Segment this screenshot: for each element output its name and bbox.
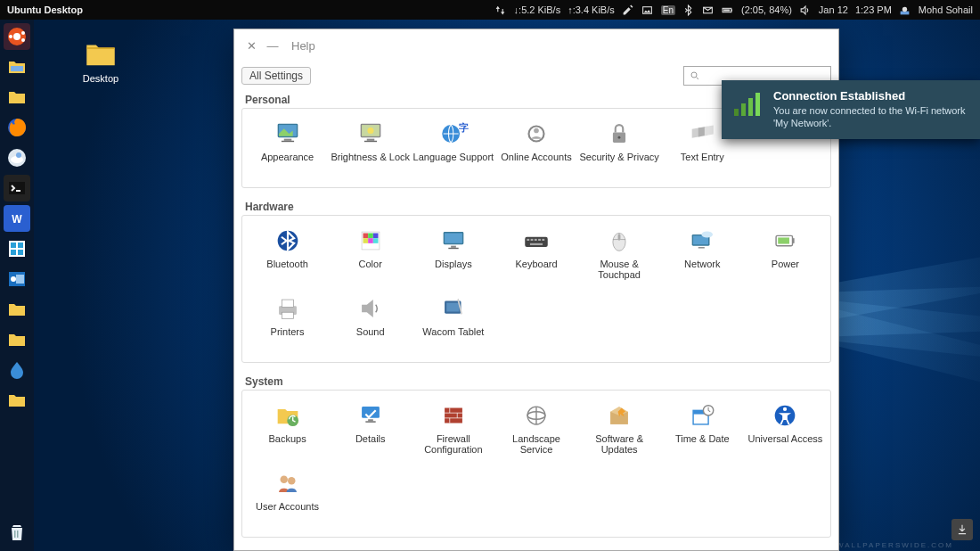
setting-wacom[interactable]: Wacom Tablet [412, 291, 494, 355]
setting-brightness-lock[interactable]: Brightness & Lock [329, 116, 412, 180]
launcher-folder-1[interactable] [4, 84, 30, 111]
date-text[interactable]: Jan 12 [819, 4, 848, 15]
setting-details[interactable]: Details [329, 398, 412, 462]
net-down-speed: ↓:5.2 KiB/s [514, 4, 561, 15]
svg-point-45 [618, 136, 621, 139]
bluetooth-tray-icon[interactable] [682, 4, 695, 16]
setting-backups[interactable]: Backups [246, 398, 329, 462]
launcher-folder-4[interactable] [4, 387, 30, 414]
close-button[interactable]: ✕ [245, 39, 257, 52]
setting-user-accounts[interactable]: User Accounts [246, 465, 329, 530]
svg-point-11 [9, 35, 12, 38]
svg-rect-62 [527, 239, 529, 241]
svg-rect-29 [17, 530, 19, 538]
launcher-folder-2[interactable] [4, 296, 30, 323]
svg-text:W: W [12, 213, 22, 226]
svg-point-6 [902, 6, 907, 11]
svg-text:字: 字 [459, 122, 469, 133]
setting-online-accounts[interactable]: Online Accounts [494, 116, 577, 180]
svg-point-96 [288, 477, 296, 485]
svg-rect-53 [373, 234, 379, 239]
svg-rect-17 [9, 182, 25, 194]
setting-printers[interactable]: Printers [246, 291, 329, 355]
all-settings-button[interactable]: All Settings [241, 67, 311, 85]
setting-software-updates[interactable]: Software & Updates [578, 398, 661, 462]
picture-icon[interactable] [641, 4, 654, 16]
svg-point-27 [11, 276, 16, 282]
battery-text: (2:05, 84%) [741, 4, 792, 15]
svg-rect-38 [366, 139, 374, 141]
volume-tray-icon[interactable] [799, 4, 812, 16]
time-text[interactable]: 1:23 PM [855, 4, 892, 15]
svg-point-37 [367, 127, 373, 134]
svg-rect-59 [451, 246, 456, 248]
language-indicator[interactable]: En [661, 5, 675, 15]
launcher-deluge[interactable] [4, 357, 30, 383]
network-updown-icon[interactable] [494, 4, 507, 16]
launcher-terminal[interactable] [4, 175, 30, 201]
svg-rect-33 [283, 139, 291, 141]
launcher-outlook[interactable] [4, 266, 30, 292]
top-panel: Ubuntu Desktop ↓:5.2 KiB/s ↑:3.4 KiB/s E… [0, 0, 980, 20]
launcher-windows[interactable] [4, 235, 30, 262]
user-name[interactable]: Mohd Sohail [919, 4, 973, 15]
setting-keyboard[interactable]: Keyboard [494, 223, 577, 287]
setting-sound[interactable]: Sound [329, 291, 412, 355]
svg-rect-81 [446, 303, 459, 312]
minimize-button[interactable]: — [266, 39, 279, 52]
svg-rect-22 [18, 243, 23, 248]
setting-network[interactable]: Network [661, 223, 744, 287]
svg-rect-24 [18, 250, 23, 255]
launcher-weather[interactable] [4, 144, 30, 171]
desktop-folder-label: Desktop [83, 73, 118, 84]
setting-displays[interactable]: Displays [412, 223, 494, 287]
svg-rect-60 [448, 248, 458, 249]
section-hardware-label: Hardware [241, 197, 831, 215]
svg-rect-4 [724, 9, 731, 11]
setting-bluetooth[interactable]: Bluetooth [246, 223, 329, 287]
setting-landscape[interactable]: Landscape Service [494, 398, 577, 462]
notification-body: You are now connected to the Wi-Fi netwo… [773, 104, 968, 130]
svg-point-16 [16, 152, 21, 158]
setting-color[interactable]: Color [329, 223, 412, 287]
help-menu[interactable]: Help [291, 39, 315, 53]
launcher-word[interactable]: W [4, 205, 30, 232]
svg-rect-3 [731, 9, 732, 11]
svg-point-30 [691, 72, 697, 78]
svg-rect-73 [698, 247, 705, 248]
svg-point-43 [534, 128, 539, 134]
launcher-folder-3[interactable] [4, 326, 30, 353]
setting-time-date[interactable]: Time & Date [661, 398, 744, 462]
svg-rect-85 [365, 421, 375, 422]
setting-language-support[interactable]: 字Language Support [412, 116, 494, 180]
setting-power[interactable]: Power [744, 223, 827, 287]
notification-bubble[interactable]: Connection Established You are now conne… [722, 80, 980, 139]
compose-icon[interactable] [622, 4, 634, 16]
battery-tray-icon[interactable] [722, 4, 734, 16]
svg-rect-56 [373, 238, 379, 243]
launcher-files[interactable] [4, 53, 30, 80]
svg-rect-75 [793, 238, 795, 243]
svg-rect-65 [538, 239, 541, 241]
setting-universal-access[interactable]: Universal Access [744, 398, 827, 462]
mail-tray-icon[interactable] [702, 4, 715, 16]
setting-security-privacy[interactable]: Security & Privacy [578, 116, 661, 180]
launcher-firefox[interactable] [4, 114, 30, 141]
net-up-speed: ↑:3.4 KiB/s [568, 4, 615, 15]
svg-rect-52 [368, 234, 373, 239]
svg-rect-61 [525, 237, 548, 247]
svg-rect-76 [779, 237, 790, 243]
setting-appearance[interactable]: Appearance [246, 116, 329, 180]
window-titlebar: ✕ — Help [234, 29, 838, 62]
desktop-folder[interactable]: Desktop [69, 36, 132, 84]
setting-firewall[interactable]: Firewall Configuration [412, 398, 494, 462]
launcher-trash[interactable] [4, 519, 30, 546]
user-tray-icon[interactable] [899, 4, 911, 16]
download-indicator[interactable] [951, 519, 973, 540]
svg-rect-84 [368, 419, 373, 421]
setting-mouse-touchpad[interactable]: Mouse & Touchpad [578, 223, 661, 287]
svg-rect-78 [282, 300, 293, 308]
launcher-dash[interactable] [4, 23, 30, 50]
svg-point-72 [702, 231, 714, 237]
svg-rect-63 [531, 239, 534, 241]
